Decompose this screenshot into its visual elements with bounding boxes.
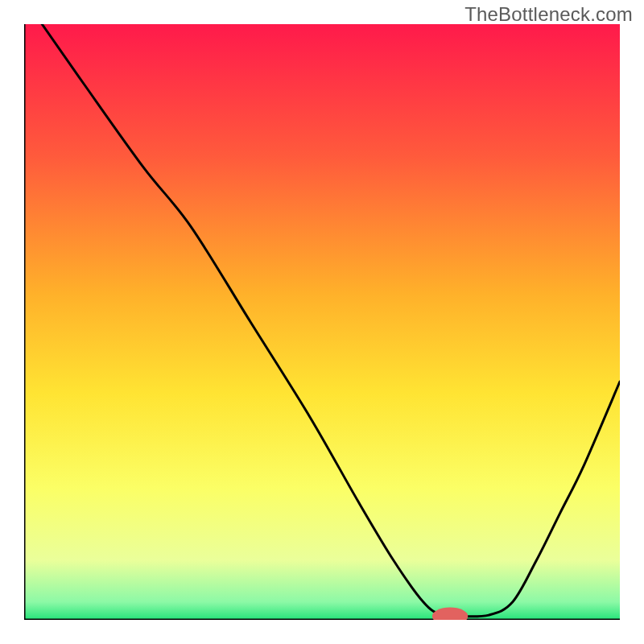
chart-container: TheBottleneck.com bbox=[0, 0, 644, 644]
chart-svg bbox=[24, 24, 620, 620]
gradient-background bbox=[24, 24, 620, 620]
watermark-label: TheBottleneck.com bbox=[464, 3, 633, 26]
plot-area bbox=[24, 24, 620, 620]
